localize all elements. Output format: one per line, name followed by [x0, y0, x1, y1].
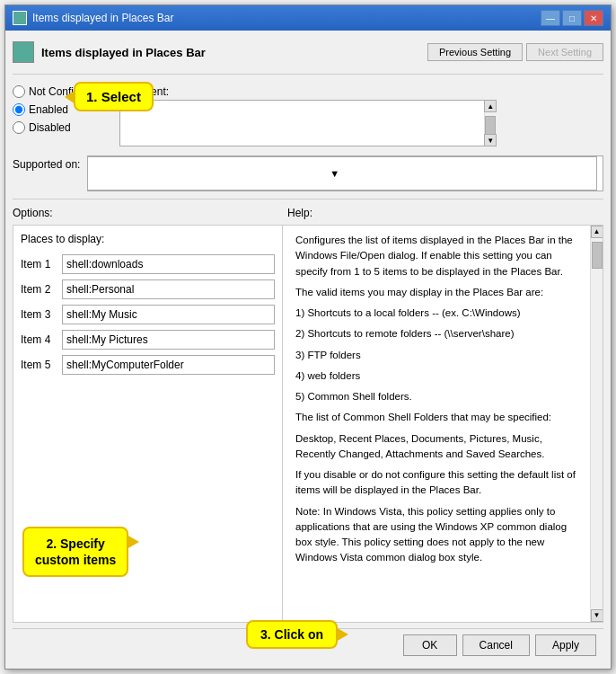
- item-label-3: Item 3: [21, 308, 57, 321]
- help-scroll-thumb[interactable]: [592, 242, 603, 269]
- help-para-9: Desktop, Recent Places, Documents, Pictu…: [295, 431, 581, 463]
- ok-button[interactable]: OK: [403, 634, 457, 656]
- places-label: Places to display:: [21, 233, 275, 245]
- item-input-2[interactable]: [62, 279, 275, 299]
- item-row-1: Item 1: [21, 254, 275, 274]
- click-callout: 3. Click on: [246, 620, 338, 649]
- help-para-11: Note: In Windows Vista, this policy sett…: [295, 504, 581, 566]
- help-para-10: If you disable or do not configure this …: [295, 467, 581, 499]
- help-para-2: The valid items you may display in the P…: [295, 285, 581, 300]
- divider-2: [13, 199, 603, 200]
- supported-scroll-down[interactable]: ▼: [87, 156, 597, 191]
- disabled-option[interactable]: Disabled: [13, 121, 101, 134]
- window-title: Items displayed in Places Bar: [32, 12, 173, 24]
- radio-comment-section: Not Configured Enabled Disabled 1. Selec…: [13, 82, 603, 150]
- help-scrollbar: ▲ ▼: [590, 226, 603, 622]
- item-label-4: Item 4: [21, 333, 57, 346]
- divider-1: [13, 74, 603, 75]
- options-label: Options:: [13, 207, 282, 219]
- comment-section: Comment: ▲ ▼: [119, 85, 603, 146]
- left-panel: Places to display: Item 1 Item 2 Item 3 …: [13, 226, 283, 622]
- comment-wrapper: ▲ ▼: [119, 100, 497, 146]
- help-content: Configures the list of items displayed i…: [295, 233, 595, 566]
- header-title-text: Items displayed in Places Bar: [41, 46, 206, 59]
- comment-scroll-down[interactable]: ▼: [484, 134, 497, 146]
- next-setting-button[interactable]: Next Setting: [526, 43, 603, 61]
- help-para-5: 3) FTP folders: [295, 348, 581, 363]
- supported-row: Supported on: At least Windows Server 20…: [13, 155, 603, 191]
- help-label: Help:: [287, 207, 603, 219]
- disabled-label: Disabled: [29, 121, 71, 134]
- enabled-label: Enabled: [29, 103, 68, 116]
- policy-icon: [13, 41, 34, 63]
- header-title: Items displayed in Places Bar: [13, 41, 206, 63]
- help-para-4: 2) Shortcuts to remote folders -- (\\ser…: [295, 326, 581, 341]
- item-label-1: Item 1: [21, 258, 57, 270]
- enabled-radio[interactable]: [13, 103, 25, 116]
- help-para-8: The list of Common Shell Folders that ma…: [295, 410, 581, 425]
- item-label-5: Item 5: [21, 359, 57, 371]
- main-window: Items displayed in Places Bar — □ ✕ Item…: [4, 4, 612, 670]
- supported-label: Supported on:: [13, 158, 80, 171]
- supported-scrollbar: ▲ ▼: [87, 155, 603, 191]
- bottom-bar: 3. Click on OK Cancel Apply: [13, 628, 603, 661]
- not-configured-radio[interactable]: [13, 85, 25, 98]
- item-input-3[interactable]: [62, 305, 275, 324]
- options-help-labels: Options: Help:: [13, 207, 603, 219]
- item-input-4[interactable]: [62, 330, 275, 350]
- header-row: Items displayed in Places Bar Previous S…: [13, 38, 603, 67]
- close-button[interactable]: ✕: [584, 10, 603, 26]
- nav-buttons: Previous Setting Next Setting: [427, 43, 603, 61]
- help-para-1: Configures the list of items displayed i…: [295, 233, 581, 279]
- comment-scrollbar: ▲ ▼: [484, 100, 497, 146]
- help-scroll-down[interactable]: ▼: [591, 609, 603, 622]
- content-area: Items displayed in Places Bar Previous S…: [5, 31, 611, 669]
- comment-input[interactable]: [119, 100, 497, 146]
- cancel-button[interactable]: Cancel: [462, 634, 530, 656]
- title-buttons: — □ ✕: [541, 10, 603, 26]
- help-para-7: 5) Common Shell folders.: [295, 389, 581, 404]
- comment-scroll-up[interactable]: ▲: [484, 100, 497, 112]
- window-icon: [13, 11, 27, 25]
- item-label-2: Item 2: [21, 283, 57, 296]
- select-callout: 1. Select: [74, 82, 154, 111]
- specify-callout: 2. Specifycustom items: [22, 527, 128, 577]
- item-input-1[interactable]: [62, 254, 275, 274]
- previous-setting-button[interactable]: Previous Setting: [427, 43, 523, 61]
- right-panel: Configures the list of items displayed i…: [288, 226, 603, 622]
- item-row-2: Item 2: [21, 279, 275, 299]
- maximize-button[interactable]: □: [562, 10, 582, 26]
- supported-wrapper: At least Windows Server 2003 operating s…: [87, 155, 603, 191]
- minimize-button[interactable]: —: [541, 10, 560, 26]
- item-row-5: Item 5: [21, 355, 275, 375]
- help-para-6: 4) web folders: [295, 368, 581, 384]
- item-row-4: Item 4: [21, 330, 275, 350]
- item-input-5[interactable]: [62, 355, 275, 375]
- item-row-3: Item 3: [21, 305, 275, 324]
- comment-label: Comment:: [119, 85, 603, 98]
- two-panel: Places to display: Item 1 Item 2 Item 3 …: [13, 225, 603, 623]
- help-para-3: 1) Shortcuts to a local folders -- (ex. …: [295, 306, 581, 321]
- radio-group: Not Configured Enabled Disabled 1. Selec…: [13, 85, 101, 134]
- disabled-radio[interactable]: [13, 121, 25, 134]
- help-scroll-up[interactable]: ▲: [591, 226, 603, 238]
- title-bar: Items displayed in Places Bar — □ ✕: [5, 5, 611, 31]
- apply-button[interactable]: Apply: [535, 634, 596, 656]
